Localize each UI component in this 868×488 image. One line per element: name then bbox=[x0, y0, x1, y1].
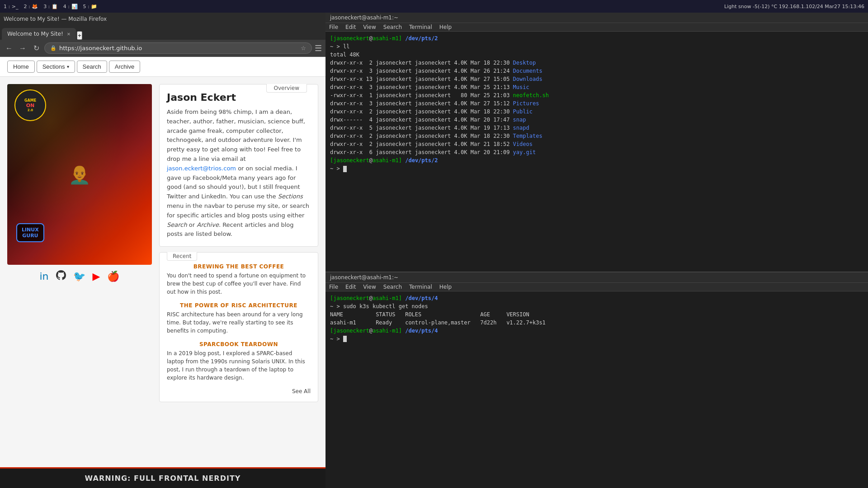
site-navbar: Home Sections Search Archive bbox=[0, 57, 326, 77]
github-icon[interactable] bbox=[56, 270, 66, 282]
tab-close-button[interactable]: ✕ bbox=[67, 32, 71, 37]
recent-card: Recent BREWING THE BEST COFFEE You don't… bbox=[159, 252, 318, 402]
term1-menu-help[interactable]: Help bbox=[439, 24, 452, 30]
term1-file-6: drwxr-xr-x 3 jasoneckert jasoneckert 4.0… bbox=[330, 99, 863, 108]
terminal-2-titlebar: jasoneckert@asahi-m1:~ bbox=[326, 272, 868, 283]
term1-menu-file[interactable]: File bbox=[329, 24, 338, 30]
terminal-2-menubar: File Edit View Search Terminal Help bbox=[326, 283, 868, 291]
footer-warning: WARNING: FULL FRONTAL NERDITY bbox=[0, 467, 326, 488]
terminal-1-menubar: File Edit View Search Terminal Help bbox=[326, 23, 868, 32]
term2-cursor bbox=[343, 336, 347, 342]
overview-label: Overview bbox=[266, 84, 307, 93]
term1-menu-view[interactable]: View bbox=[363, 24, 376, 30]
recent-post-1: BREWING THE BEST COFFEE You don't need t… bbox=[167, 263, 311, 296]
site-main-content: GAME ON 2.0 👨‍🦲 LINUXGURU in bbox=[0, 77, 326, 467]
main-area: Welcome to My Site! — Mozilla Firefox We… bbox=[0, 13, 868, 488]
term1-file-7: drwxr-xr-x 2 jasoneckert jasoneckert 4.0… bbox=[330, 108, 863, 116]
browser-titlebar: Welcome to My Site! — Mozilla Firefox bbox=[0, 13, 326, 25]
recent-post-3: SPARCBOOK TEARDOWN In a 2019 blog post, … bbox=[167, 341, 311, 382]
term1-file-11: drwxr-xr-x 2 jasoneckert jasoneckert 4.0… bbox=[330, 140, 863, 148]
term1-file-1: drwxr-xr-x 2 jasoneckert jasoneckert 4.0… bbox=[330, 59, 863, 67]
browser-panel: Welcome to My Site! — Mozilla Firefox We… bbox=[0, 13, 326, 488]
term2-menu-search[interactable]: Search bbox=[383, 284, 402, 290]
term1-file-9: drwxr-xr-x 5 jasoneckert jasoneckert 4.0… bbox=[330, 124, 863, 132]
terminal-2-body: [jasoneckert@asahi-m1] /dev/pts/4 ~ > su… bbox=[326, 291, 868, 488]
post-1-text: You don't need to spend a fortune on equ… bbox=[167, 272, 311, 296]
taskbar-clock: Light snow -5(-12) °C 192.168.1.102/24 M… bbox=[724, 4, 864, 9]
term1-menu-terminal[interactable]: Terminal bbox=[409, 24, 432, 30]
taskbar-item-2[interactable]: 2 : 🦊 bbox=[24, 4, 38, 9]
profile-section: GAME ON 2.0 👨‍🦲 LINUXGURU in bbox=[7, 84, 152, 460]
taskbar-item-1[interactable]: 1 : >_ bbox=[4, 4, 18, 9]
post-3-text: In a 2019 blog post, I explored a SPARC-… bbox=[167, 349, 311, 382]
browser-tab-active[interactable]: Welcome to My Site! ✕ bbox=[2, 28, 76, 40]
term1-file-10: drwxr-xr-x 2 jasoneckert jasoneckert 4.0… bbox=[330, 132, 863, 140]
term2-table-header: NAME STATUS ROLES AGE VERSION bbox=[330, 310, 863, 319]
youtube-icon[interactable]: ▶ bbox=[93, 271, 100, 282]
taskbar-right: Light snow -5(-12) °C 192.168.1.102/24 M… bbox=[724, 4, 864, 9]
url-bar[interactable]: 🔒 https://jasoneckert.github.io ☆ bbox=[44, 42, 312, 54]
term1-file-5: -rwxr-xr-x 1 jasoneckert jasoneckert 80 … bbox=[330, 91, 863, 99]
taskbar-item-5[interactable]: 5 : 📁 bbox=[83, 4, 98, 9]
terminal-1-titlebar: jasoneckert@asahi-m1:~ bbox=[326, 13, 868, 23]
browser-tabs: Welcome to My Site! ✕ + bbox=[0, 25, 326, 40]
term1-cursor-line: ~ > bbox=[330, 164, 863, 173]
term1-total: total 48K bbox=[330, 51, 863, 59]
term1-prompt-line-1: [jasoneckert@asahi-m1] /dev/pts/2 bbox=[330, 34, 863, 42]
terminal-window-1: jasoneckert@asahi-m1:~ File Edit View Se… bbox=[326, 13, 868, 272]
profile-image: GAME ON 2.0 👨‍🦲 LINUXGURU bbox=[7, 84, 152, 265]
post-3-title[interactable]: SPARCBOOK TEARDOWN bbox=[167, 341, 311, 347]
term2-prompt-line-2: [jasoneckert@asahi-m1] /dev/pts/4 bbox=[330, 327, 863, 335]
term2-menu-help[interactable]: Help bbox=[439, 284, 452, 290]
reload-button[interactable]: ↻ bbox=[31, 43, 42, 54]
term1-file-4: drwxr-xr-x 3 jasoneckert jasoneckert 4.0… bbox=[330, 83, 863, 91]
term2-cursor-line: ~ > bbox=[330, 335, 863, 343]
term2-menu-edit[interactable]: Edit bbox=[345, 284, 356, 290]
new-tab-button[interactable]: + bbox=[77, 31, 82, 40]
author-bio: Aside from being 98% chimp, I am a dean,… bbox=[167, 108, 311, 239]
twitter-icon[interactable]: 🐦 bbox=[73, 271, 85, 282]
browser-title: Welcome to My Site! — Mozilla Firefox bbox=[4, 16, 107, 22]
term1-menu-edit[interactable]: Edit bbox=[345, 24, 356, 30]
browser-menu-button[interactable]: ☰ bbox=[315, 43, 322, 53]
term1-file-12: drwxr-xr-x 6 jasoneckert jasoneckert 4.0… bbox=[330, 148, 863, 156]
term1-file-8: drwx------ 4 jasoneckert jasoneckert 4.0… bbox=[330, 116, 863, 124]
author-name: Jason Eckert bbox=[167, 92, 311, 103]
back-button[interactable]: ← bbox=[4, 43, 14, 54]
forward-button[interactable]: → bbox=[17, 43, 28, 54]
see-all-link[interactable]: See All bbox=[167, 388, 311, 394]
term2-menu-terminal[interactable]: Terminal bbox=[409, 284, 432, 290]
nav-archive-button[interactable]: Archive bbox=[109, 61, 140, 73]
post-1-title[interactable]: BREWING THE BEST COFFEE bbox=[167, 263, 311, 270]
ssl-lock-icon: 🔒 bbox=[50, 45, 57, 51]
recent-post-2: THE POWER OF RISC ARCHITECTURE RISC arch… bbox=[167, 302, 311, 335]
bookmark-star-icon[interactable]: ☆ bbox=[301, 45, 306, 52]
term2-command: ~ > sudo k3s kubectl get nodes bbox=[330, 302, 863, 310]
term2-menu-view[interactable]: View bbox=[363, 284, 376, 290]
nav-sections-button[interactable]: Sections bbox=[37, 61, 75, 73]
linux-guru-badge: LINUXGURU bbox=[16, 223, 44, 242]
term2-prompt-line-1: [jasoneckert@asahi-m1] /dev/pts/4 bbox=[330, 294, 863, 302]
term2-table-row: asahi-m1 Ready control-plane,master 7d22… bbox=[330, 319, 863, 327]
email-link[interactable]: jason.eckert@trios.com bbox=[167, 165, 236, 172]
taskbar: 1 : >_ 2 : 🦊 3 : 📋 4 : 📊 5 : 📁 Light sno… bbox=[0, 0, 868, 13]
url-text: https://jasoneckert.github.io bbox=[59, 45, 142, 52]
term2-menu-file[interactable]: File bbox=[329, 284, 338, 290]
social-icons: in 🐦 ▶ 🍎 bbox=[7, 265, 152, 286]
linkedin-icon[interactable]: in bbox=[40, 271, 49, 282]
post-2-text: RISC architecture has been around for a … bbox=[167, 310, 311, 335]
nav-search-button[interactable]: Search bbox=[77, 61, 107, 73]
website-content: Home Sections Search Archive GAME ON 2.0 bbox=[0, 57, 326, 488]
post-2-title[interactable]: THE POWER OF RISC ARCHITECTURE bbox=[167, 302, 311, 309]
terminal-1-body: [jasoneckert@asahi-m1] /dev/pts/2 ~ > ll… bbox=[326, 32, 868, 272]
term1-command-ll: ~ > ll bbox=[330, 42, 863, 51]
term1-menu-search[interactable]: Search bbox=[383, 24, 402, 30]
apple-icon[interactable]: 🍎 bbox=[107, 271, 119, 282]
taskbar-item-3[interactable]: 3 : 📋 bbox=[43, 4, 58, 9]
taskbar-item-4[interactable]: 4 : 📊 bbox=[63, 4, 78, 9]
terminal-panel: jasoneckert@asahi-m1:~ File Edit View Se… bbox=[326, 13, 868, 488]
browser-tab-label: Welcome to My Site! bbox=[7, 31, 63, 37]
nav-home-button[interactable]: Home bbox=[7, 61, 35, 73]
recent-label: Recent bbox=[167, 252, 197, 261]
browser-nav: ← → ↻ 🔒 https://jasoneckert.github.io ☆ … bbox=[0, 40, 326, 57]
